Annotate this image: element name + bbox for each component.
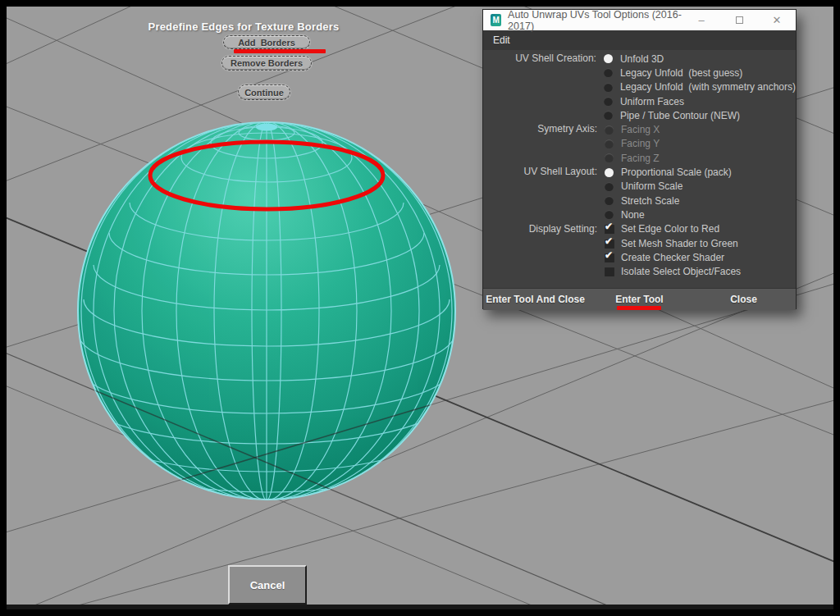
radio-row-uniform-faces[interactable]: Uniform Faces bbox=[604, 94, 796, 108]
maximize-button[interactable] bbox=[720, 10, 758, 30]
close-window-button[interactable]: ✕ bbox=[758, 10, 796, 30]
radio-row-pipe-tube-contour[interactable]: Pipe / Tube Contour (NEW) bbox=[604, 108, 796, 122]
dialog-menubar: Edit bbox=[483, 30, 796, 50]
label-display-setting: Display Setting: bbox=[483, 222, 605, 279]
close-button[interactable]: Close bbox=[692, 289, 796, 310]
radio-facing-y bbox=[605, 139, 614, 148]
minimize-button[interactable]: – bbox=[682, 10, 720, 30]
menu-edit[interactable]: Edit bbox=[493, 34, 510, 46]
enter-tool-and-close-button[interactable]: Enter Tool And Close bbox=[483, 289, 587, 310]
radio-stretch-scale[interactable] bbox=[605, 196, 614, 205]
screenshot-frame: Predefine Edges for Texture Borders Add … bbox=[0, 0, 840, 616]
annotation-underline-enter-tool bbox=[617, 306, 661, 310]
radio-row-facing-y: Facing Y bbox=[605, 137, 796, 151]
maya-viewport[interactable]: Predefine Edges for Texture Borders Add … bbox=[7, 7, 833, 609]
label-symetry-axis: Symetry Axis: bbox=[483, 122, 605, 165]
label-uv-shell-creation: UV Shell Creation: bbox=[483, 52, 604, 122]
radio-row-none[interactable]: None bbox=[605, 208, 796, 221]
cancel-button[interactable]: Cancel bbox=[228, 565, 307, 605]
viewport-bottom-strip bbox=[7, 605, 833, 609]
radio-row-legacy-unfold-symmetry-anchors[interactable]: Legacy Unfold (with symmetry anchors) bbox=[604, 80, 796, 94]
radio-uniform-scale[interactable] bbox=[605, 182, 614, 191]
checkbox-row-set-edge-color-red[interactable]: Set Edge Color to Red bbox=[605, 222, 796, 236]
radio-facing-z bbox=[605, 153, 614, 162]
checkbox-isolate-select-object-faces[interactable] bbox=[605, 267, 614, 276]
radio-unfold-3d[interactable] bbox=[604, 54, 613, 63]
annotation-underline-add-borders bbox=[234, 49, 326, 53]
radio-legacy-unfold-symmetry-anchors[interactable] bbox=[604, 83, 613, 92]
checkbox-row-isolate-select-object-faces[interactable]: Isolate Select Object/Faces bbox=[605, 264, 796, 278]
dialog-body: UV Shell Creation: Unfold 3D Legacy Unfo… bbox=[483, 50, 796, 288]
sphere-pole bbox=[256, 124, 277, 131]
auto-unwrap-uvs-dialog: M Auto Unwrap UVs Tool Options (2016-201… bbox=[482, 9, 797, 309]
continue-button[interactable]: Continue bbox=[238, 84, 290, 100]
radio-pipe-tube-contour[interactable] bbox=[604, 111, 613, 120]
checkbox-set-mesh-shader-green[interactable] bbox=[605, 239, 614, 249]
checkbox-row-set-mesh-shader-green[interactable]: Set Mesh Shader to Green bbox=[605, 236, 796, 250]
radio-legacy-unfold-best-guess[interactable] bbox=[604, 68, 613, 77]
checkbox-set-edge-color-red[interactable] bbox=[605, 224, 614, 234]
checkbox-row-create-checker-shader[interactable]: Create Checker Shader bbox=[605, 250, 796, 264]
dialog-titlebar[interactable]: M Auto Unwrap UVs Tool Options (2016-201… bbox=[483, 10, 796, 30]
remove-borders-button[interactable]: Remove Borders bbox=[221, 56, 312, 71]
radio-row-stretch-scale[interactable]: Stretch Scale bbox=[605, 194, 796, 208]
radio-none[interactable] bbox=[605, 210, 614, 219]
maya-app-icon: M bbox=[491, 14, 501, 26]
radio-row-facing-z: Facing Z bbox=[605, 151, 796, 165]
radio-row-unfold-3d[interactable]: Unfold 3D bbox=[604, 52, 796, 66]
dialog-title: Auto Unwrap UVs Tool Options (2016-2017) bbox=[508, 9, 682, 32]
radio-row-legacy-unfold-best-guess[interactable]: Legacy Unfold (best guess) bbox=[604, 66, 796, 80]
add-borders-button[interactable]: Add Borders bbox=[223, 35, 310, 49]
maximize-icon bbox=[736, 16, 743, 24]
radio-row-uniform-scale[interactable]: Uniform Scale bbox=[605, 180, 796, 194]
radio-facing-x bbox=[605, 125, 614, 135]
radio-row-facing-x: Facing X bbox=[605, 122, 796, 136]
label-uv-shell-layout: UV Shell Layout: bbox=[483, 165, 605, 221]
radio-uniform-faces[interactable] bbox=[604, 97, 613, 106]
radio-row-proportional-scale[interactable]: Proportional Scale (pack) bbox=[605, 165, 796, 179]
radio-proportional-scale[interactable] bbox=[605, 168, 614, 177]
checkbox-create-checker-shader[interactable] bbox=[605, 253, 614, 262]
hud-heading: Predefine Edges for Texture Borders bbox=[96, 21, 391, 33]
